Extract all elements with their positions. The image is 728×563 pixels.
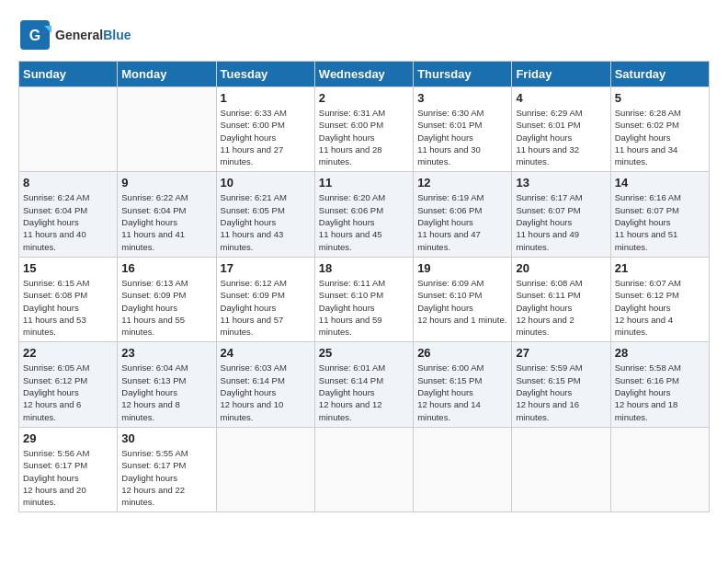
day-number: 19 [417,261,507,275]
calendar-day-cell: 13Sunrise: 6:17 AMSunset: 6:07 PMDayligh… [512,172,610,257]
calendar-day-cell: 30Sunrise: 5:55 AMSunset: 6:17 PMDayligh… [118,427,216,511]
day-detail: Sunrise: 6:04 AMSunset: 6:13 PMDaylight … [121,362,211,422]
calendar-week-row: 22Sunrise: 6:05 AMSunset: 6:12 PMDayligh… [19,342,710,427]
day-number: 11 [319,176,409,190]
day-number: 10 [221,176,311,190]
calendar-week-row: 29Sunrise: 5:56 AMSunset: 6:17 PMDayligh… [19,427,710,511]
logo-icon: G [18,18,51,52]
day-detail: Sunrise: 6:12 AMSunset: 6:09 PMDaylight … [221,277,311,338]
day-detail: Sunrise: 6:17 AMSunset: 6:07 PMDaylight … [516,191,606,252]
day-number: 12 [417,176,507,190]
day-number: 2 [319,91,409,105]
calendar-day-cell [314,427,413,511]
day-number: 15 [23,261,113,275]
calendar-day-cell: 28Sunrise: 5:58 AMSunset: 6:16 PMDayligh… [610,342,709,427]
day-number: 27 [516,346,606,360]
calendar-week-row: 1Sunrise: 6:33 AMSunset: 6:00 PMDaylight… [19,87,710,172]
day-detail: Sunrise: 5:56 AMSunset: 6:17 PMDaylight … [23,447,113,508]
calendar-day-cell: 29Sunrise: 5:56 AMSunset: 6:17 PMDayligh… [19,427,118,511]
calendar-day-cell: 8Sunrise: 6:24 AMSunset: 6:04 PMDaylight… [19,172,118,257]
day-detail: Sunrise: 6:11 AMSunset: 6:10 PMDaylight … [319,277,409,338]
calendar-day-cell: 9Sunrise: 6:22 AMSunset: 6:04 PMDaylight… [118,172,216,257]
day-number: 8 [23,176,113,190]
day-number: 25 [319,346,409,360]
calendar-day-cell: 15Sunrise: 6:15 AMSunset: 6:08 PMDayligh… [19,257,118,341]
calendar-day-cell: 23Sunrise: 6:04 AMSunset: 6:13 PMDayligh… [118,342,216,427]
calendar-day-cell: 24Sunrise: 6:03 AMSunset: 6:14 PMDayligh… [216,342,314,427]
weekday-header-sunday: Sunday [19,62,118,87]
day-detail: Sunrise: 6:33 AMSunset: 6:00 PMDaylight … [221,107,311,167]
day-detail: Sunrise: 6:19 AMSunset: 6:06 PMDaylight … [417,191,507,252]
calendar-day-cell: 27Sunrise: 5:59 AMSunset: 6:15 PMDayligh… [512,342,610,427]
day-detail: Sunrise: 6:28 AMSunset: 6:02 PMDaylight … [615,107,705,167]
calendar-week-row: 8Sunrise: 6:24 AMSunset: 6:04 PMDaylight… [19,172,710,257]
day-detail: Sunrise: 5:55 AMSunset: 6:17 PMDaylight … [121,447,211,508]
calendar-body: 1Sunrise: 6:33 AMSunset: 6:00 PMDaylight… [19,87,710,512]
day-number: 3 [417,91,507,105]
calendar-day-cell: 20Sunrise: 6:08 AMSunset: 6:11 PMDayligh… [512,257,610,341]
day-detail: Sunrise: 6:01 AMSunset: 6:14 PMDaylight … [319,362,409,422]
day-number: 18 [319,261,409,275]
day-detail: Sunrise: 6:31 AMSunset: 6:00 PMDaylight … [319,107,409,167]
day-number: 5 [615,91,705,105]
weekday-header-wednesday: Wednesday [314,62,413,87]
day-number: 9 [121,176,211,190]
calendar-day-cell: 3Sunrise: 6:30 AMSunset: 6:01 PMDaylight… [414,87,512,172]
calendar-day-cell: 26Sunrise: 6:00 AMSunset: 6:15 PMDayligh… [414,342,512,427]
day-number: 14 [615,176,705,190]
day-number: 22 [23,346,113,360]
day-detail: Sunrise: 6:08 AMSunset: 6:11 PMDaylight … [516,277,606,338]
calendar-day-cell: 4Sunrise: 6:29 AMSunset: 6:01 PMDaylight… [512,87,610,172]
logo-text: GeneralBlue [55,28,131,42]
day-detail: Sunrise: 6:16 AMSunset: 6:07 PMDaylight … [615,191,705,252]
logo: G GeneralBlue [18,18,131,52]
calendar-week-row: 15Sunrise: 6:15 AMSunset: 6:08 PMDayligh… [19,257,710,341]
calendar-day-cell: 22Sunrise: 6:05 AMSunset: 6:12 PMDayligh… [19,342,118,427]
calendar-day-cell: 17Sunrise: 6:12 AMSunset: 6:09 PMDayligh… [216,257,314,341]
day-number: 4 [516,91,606,105]
calendar-day-cell: 12Sunrise: 6:19 AMSunset: 6:06 PMDayligh… [414,172,512,257]
day-detail: Sunrise: 6:22 AMSunset: 6:04 PMDaylight … [121,191,211,252]
svg-text:G: G [29,28,40,43]
day-detail: Sunrise: 6:20 AMSunset: 6:06 PMDaylight … [319,191,409,252]
day-number: 23 [121,346,211,360]
calendar-day-cell [216,427,314,511]
day-number: 29 [23,431,113,445]
calendar-day-cell: 10Sunrise: 6:21 AMSunset: 6:05 PMDayligh… [216,172,314,257]
day-number: 28 [615,346,705,360]
day-number: 16 [121,261,211,275]
calendar-day-cell [414,427,512,511]
calendar-header-row: SundayMondayTuesdayWednesdayThursdayFrid… [19,62,710,87]
calendar-day-cell: 2Sunrise: 6:31 AMSunset: 6:00 PMDaylight… [314,87,413,172]
day-detail: Sunrise: 6:30 AMSunset: 6:01 PMDaylight … [417,107,507,167]
day-number: 17 [221,261,311,275]
weekday-header-friday: Friday [512,62,610,87]
weekday-header-saturday: Saturday [610,62,709,87]
calendar-day-cell: 1Sunrise: 6:33 AMSunset: 6:00 PMDaylight… [216,87,314,172]
calendar-day-cell: 14Sunrise: 6:16 AMSunset: 6:07 PMDayligh… [610,172,709,257]
day-detail: Sunrise: 6:13 AMSunset: 6:09 PMDaylight … [121,277,211,338]
day-detail: Sunrise: 6:07 AMSunset: 6:12 PMDaylight … [615,277,705,338]
day-number: 24 [221,346,311,360]
weekday-header-tuesday: Tuesday [216,62,314,87]
calendar-day-cell: 16Sunrise: 6:13 AMSunset: 6:09 PMDayligh… [118,257,216,341]
day-number: 21 [615,261,705,275]
day-detail: Sunrise: 5:59 AMSunset: 6:15 PMDaylight … [516,362,606,422]
calendar-day-cell [610,427,709,511]
calendar-day-cell: 21Sunrise: 6:07 AMSunset: 6:12 PMDayligh… [610,257,709,341]
day-number: 26 [417,346,507,360]
day-number: 1 [221,91,311,105]
calendar-table: SundayMondayTuesdayWednesdayThursdayFrid… [18,61,710,512]
day-detail: Sunrise: 6:21 AMSunset: 6:05 PMDaylight … [221,191,311,252]
calendar-day-cell: 25Sunrise: 6:01 AMSunset: 6:14 PMDayligh… [314,342,413,427]
day-number: 13 [516,176,606,190]
weekday-header-thursday: Thursday [414,62,512,87]
day-number: 20 [516,261,606,275]
calendar-day-cell [19,87,118,172]
calendar-day-cell: 5Sunrise: 6:28 AMSunset: 6:02 PMDaylight… [610,87,709,172]
day-detail: Sunrise: 6:29 AMSunset: 6:01 PMDaylight … [516,107,606,167]
weekday-header-monday: Monday [118,62,216,87]
day-detail: Sunrise: 6:09 AMSunset: 6:10 PMDaylight … [417,277,507,326]
day-detail: Sunrise: 6:15 AMSunset: 6:08 PMDaylight … [23,277,113,338]
calendar-day-cell: 18Sunrise: 6:11 AMSunset: 6:10 PMDayligh… [314,257,413,341]
